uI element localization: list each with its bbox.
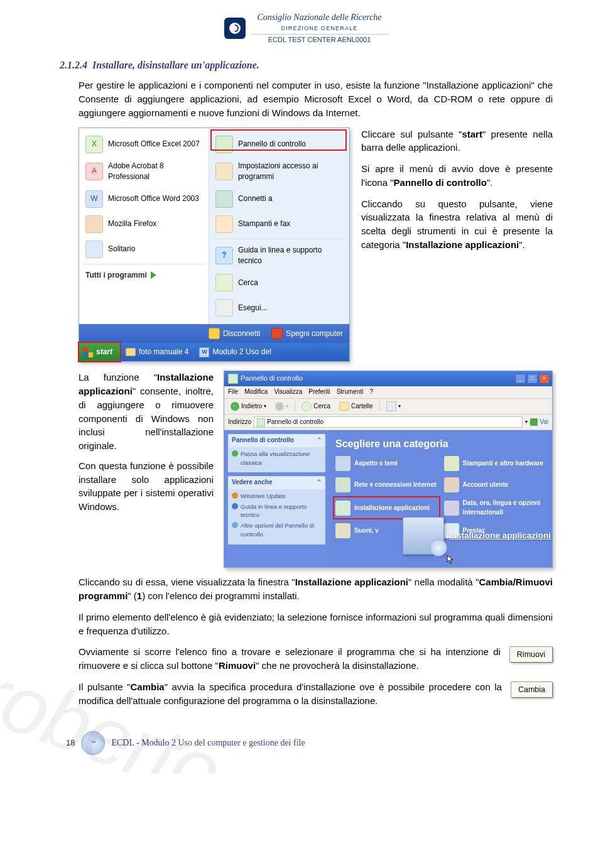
network-icon [335, 477, 350, 492]
chevron-up-icon: ⌃ [317, 478, 322, 487]
page-number: 18 [66, 737, 75, 749]
start-menu-screenshot: XMicrosoft Office Excel 2007 AAdobe Acro… [79, 127, 350, 362]
windows-flag-icon [83, 347, 93, 357]
minimize-icon: _ [515, 374, 526, 384]
menu-item-solitario: Solitario [79, 237, 209, 262]
install-apps-callout: Installazione applicazioni [400, 513, 556, 571]
install-apps-box-icon [403, 517, 444, 555]
cat-printers: Stampanti e altro hardware [444, 456, 546, 471]
word-icon: W [85, 190, 103, 208]
sound-icon [335, 523, 350, 538]
search-icon [215, 274, 233, 291]
control-panel-window: Pannello di controllo _ □ × FileModifica… [224, 371, 553, 568]
arrow-right-icon [151, 271, 156, 279]
start-button: start [79, 343, 120, 361]
acrobat-icon: A [85, 163, 103, 180]
folders-icon [339, 402, 349, 411]
rimuovi-paragraph: Ovviamente si scorre l'elenco fino a tro… [79, 645, 501, 673]
menu-item-guida: ?Guida in linea e supporto tecnico [209, 241, 349, 271]
taskbar-folder: foto manuale 4 [120, 343, 193, 361]
cambia-button[interactable]: Cambia [511, 681, 553, 698]
printers-icon [215, 215, 233, 233]
search-icon [302, 401, 312, 411]
test-center-label: ECDL TEST CENTER AENL0001 [251, 35, 389, 45]
side-text-2: La funzione "Installazione applicazioni"… [79, 371, 214, 568]
menu-item-esegui: Esegui... [209, 295, 349, 320]
menu-item-stampanti: Stampanti e fax [209, 212, 349, 237]
all-programs: Tutti i programmi [79, 266, 209, 285]
chevron-up-icon: ⌃ [317, 436, 322, 445]
firefox-icon [85, 215, 103, 233]
taskbar-word: WModulo 2 Uso del [193, 343, 276, 361]
cp-toolbar: ←Indietro▾ →▾ Cerca Cartelle ▾ [224, 399, 552, 415]
page-footer: 18 ™ ECDL - Modulo 2 Uso del computer e … [60, 731, 553, 755]
cp-sidebar: Pannello di controllo⌃ Passa alla visual… [224, 430, 329, 567]
control-panel-icon [215, 136, 233, 153]
cp-titlebar: Pannello di controllo _ □ × [224, 371, 552, 386]
cp-menubar: FileModificaVisualizzaPreferitiStrumenti… [224, 386, 552, 399]
after-paragraphs: Cliccando su di essa, viene visualizzata… [60, 575, 553, 637]
run-icon [215, 299, 233, 317]
program-access-icon [215, 163, 233, 180]
printer-icon [444, 456, 459, 471]
control-panel-icon [228, 374, 238, 384]
word-doc-icon: W [199, 347, 209, 357]
other-options-icon [232, 522, 238, 528]
folder-icon [126, 348, 136, 356]
intro-paragraph: Per gestire le applicazioni e i componen… [60, 79, 553, 119]
cp-categories: Scegliere una categoria Aspetto e temi S… [329, 430, 552, 567]
back-icon: ← [231, 402, 239, 411]
page-header: Consiglio Nazionale delle Ricerche DIREZ… [60, 0, 553, 45]
rimuovi-button[interactable]: Rimuovi [509, 646, 553, 663]
menu-item-cerca: Cerca [209, 270, 349, 295]
cp-addressbar: Indirizzo Pannello di controllo ▾ Vai [224, 415, 552, 431]
choose-category-header: Scegliere una categoria [335, 437, 546, 451]
view-icon [386, 401, 396, 411]
accounts-icon [444, 477, 459, 492]
cursor-icon [447, 555, 454, 565]
cat-network: Rete e connessioni Internet [335, 477, 438, 492]
menu-item-excel: XMicrosoft Office Excel 2007 [79, 132, 209, 157]
taskbar: start foto manuale 4 WModulo 2 Uso del [79, 343, 349, 361]
side-text-1: Cliccare sul pulsante "start" presente n… [361, 127, 553, 362]
direction-label: DIREZIONE GENERALE [251, 24, 389, 33]
menu-item-impostazioni: Impostazioni accesso ai programmi [209, 157, 349, 187]
menu-item-acrobat: AAdobe Acrobat 8 Professional [79, 157, 209, 187]
help-icon: ? [215, 247, 233, 264]
solitaire-icon [85, 241, 103, 258]
menu-item-pannello: Pannello di controllo [209, 132, 349, 157]
logoff-button: Disconnetti [209, 328, 260, 339]
appearance-icon [335, 456, 350, 471]
menu-item-firefox: Mozilla Firefox [79, 212, 209, 237]
section-title: 2.1.2.4 Installare, disinstallare un'app… [60, 58, 553, 72]
maximize-icon: □ [527, 374, 538, 384]
cambia-paragraph: Il pulsante "Cambia" avvia la specifica … [79, 680, 502, 708]
footer-text: ECDL - Modulo 2 Uso del computer e gesti… [111, 737, 305, 749]
start-menu-bottom: Disconnetti Spegni computer [79, 324, 349, 343]
help-icon [232, 503, 238, 509]
forward-icon: → [275, 402, 284, 411]
ecdl-globe-icon: ™ [81, 731, 105, 755]
menu-item-connetti: Connetti a [209, 187, 349, 212]
org-name: Consiglio Nazionale delle Ricerche [251, 11, 389, 24]
cat-appearance: Aspetto e temi [335, 456, 438, 471]
shutdown-button: Spegni computer [271, 328, 343, 339]
connect-icon [215, 190, 233, 208]
cat-accounts: Account utente [444, 477, 546, 492]
close-icon: × [539, 374, 550, 384]
excel-icon: X [85, 136, 103, 153]
go-icon [530, 418, 538, 426]
menu-item-word: WMicrosoft Office Word 2003 [79, 187, 209, 212]
cnr-logo-icon [224, 18, 246, 39]
power-icon [271, 328, 283, 339]
switch-view-icon [232, 450, 238, 457]
windows-update-icon [232, 492, 238, 499]
key-icon [209, 328, 220, 339]
